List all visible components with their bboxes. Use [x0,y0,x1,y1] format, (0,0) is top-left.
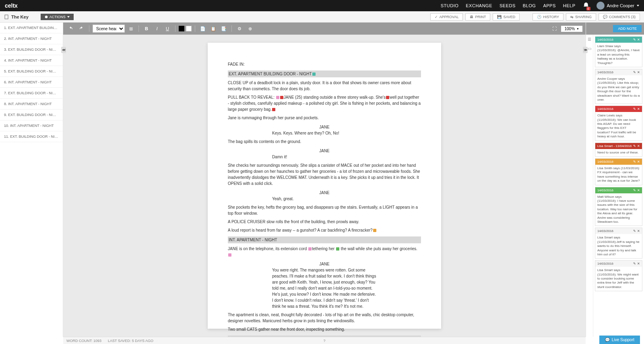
collapse-sidebar-button[interactable]: ≪ [61,47,66,53]
scene-item[interactable]: 1. EXT. APARTMENT BUILDING DOOR -... [0,23,63,33]
page-scroll[interactable]: FADE IN: EXT. APARTMENT BUILDING DOOR - … [63,35,586,337]
tool-button-1[interactable]: ⚙ [235,24,244,33]
edit-note-icon[interactable]: ✎ [633,160,636,164]
note-card[interactable]: 14/03/2016✎✕Lisa Smith says (11/03/2016)… [595,158,642,185]
scene-item[interactable]: 8. INT. APARTMENT - NIGHT [0,99,63,110]
add-note-button[interactable]: ADD NOTE [613,25,642,32]
nav-help[interactable]: HELP [563,3,576,8]
bold-button[interactable]: B [142,24,151,33]
delete-note-icon[interactable]: ✕ [637,144,640,148]
note-marker-icon[interactable] [228,253,231,257]
insert-button-3[interactable]: 📑 [219,24,228,33]
edit-note-icon[interactable]: ✎ [633,144,636,148]
italic-button[interactable]: I [153,24,161,33]
delete-note-icon[interactable]: ✕ [637,38,640,41]
note-card[interactable]: 14/03/2016✎✕Matt Wilson says (11/03/2016… [595,187,642,226]
note-marker-icon[interactable] [312,73,316,76]
note-card[interactable]: 14/03/2016✎✕Lisa Smart says (11/03/2016)… [595,228,642,259]
actions-button[interactable]: ACTIONS [41,14,74,20]
edit-note-icon[interactable]: ✎ [633,38,636,41]
delete-note-icon[interactable]: ✕ [637,229,640,233]
delete-note-icon[interactable]: ✕ [637,189,640,192]
note-marker-icon[interactable] [373,229,376,232]
note-marker-icon[interactable] [386,96,389,99]
scene-heading[interactable]: EXT. APARTMENT BUILDING DOOR - NIGHT [228,70,421,77]
undo-button[interactable] [66,24,75,33]
note-marker-icon[interactable] [280,96,283,99]
action-text[interactable]: Jane is rummaging through her purse and … [228,115,421,121]
dialogue[interactable]: You were right. The mangoes were rotten.… [272,267,377,309]
insert-button-2[interactable]: 📋 [209,24,218,33]
note-card[interactable]: 14/03/2016✎✕Andre Cooper says (11/05/201… [595,69,642,104]
comments-button[interactable]: 💬COMMENTS (3) [599,13,640,21]
scene-item[interactable]: 7. EXT. BUILDING DOOR - NIGHT [0,88,63,99]
print-button[interactable]: 🖶PRINT [465,13,490,21]
edit-note-icon[interactable]: ✎ [633,189,636,192]
delete-note-icon[interactable]: ✕ [637,70,640,74]
action-text[interactable]: JANE is on the telephone, its extension … [228,246,421,258]
scene-item[interactable]: 5. EXT. BUILDING DOOR - NIGHT [0,66,63,77]
note-card[interactable]: Lisa Smart - 13/04/2016✎✕Need to source … [595,143,642,157]
script-page[interactable]: FADE IN: EXT. APARTMENT BUILDING DOOR - … [208,43,441,329]
delete-note-icon[interactable]: ✕ [637,262,640,265]
history-button[interactable]: 🕐HISTORY [533,13,564,21]
nav-apps[interactable]: APPS [543,3,555,8]
note-card[interactable]: 14/03/2016✎✕Liam Shaw says (11/03/2016):… [595,36,642,67]
filter-icon[interactable]: ☰ [586,35,593,44]
dialogue[interactable]: Keys. Keys. Where are they? Oh, No! [272,130,377,136]
delete-note-icon[interactable]: ✕ [637,160,640,164]
format-select[interactable]: Scene heading [93,25,125,33]
live-support-button[interactable]: 💬Live Support [599,336,640,337]
action-text[interactable]: A loud report is heard from far away -- … [228,227,421,233]
action-text[interactable]: The apartment is clean, neat, thought fu… [228,312,421,324]
note-card[interactable]: 14/03/2016✎✕Claire Lewis says (11/05/201… [595,106,642,141]
text-color-swatch[interactable] [179,26,184,31]
edit-note-icon[interactable]: ✎ [633,107,636,111]
scene-item[interactable]: 2. INT. APARTMENT - NIGHT [0,33,63,44]
note-marker-icon[interactable] [336,247,339,251]
action-text[interactable]: Two small CATS gather near the front doo… [228,326,421,332]
insert-button-1[interactable]: 📄 [198,24,207,33]
format-button[interactable]: ⊞ [126,24,135,33]
sharing-button[interactable]: ⇆SHARING [566,13,596,21]
scene-item[interactable]: 11. EXT. BUILDING DOOR - NIGHT [0,131,63,142]
tool-button-2[interactable]: ⊕ [246,24,254,33]
bg-color-swatch[interactable] [186,26,192,31]
action-text[interactable]: She checks her surroundings nervously. S… [228,162,421,187]
character-name[interactable]: JANE [284,261,365,267]
character-name[interactable]: JANE [284,148,365,154]
delete-note-icon[interactable]: ✕ [637,107,640,111]
scene-item[interactable]: 4. INT. APARTMENT - NIGHT [0,55,63,66]
zoom-select[interactable]: 100%▼ [561,26,582,32]
approval-button[interactable]: ✓APPROVAL [430,13,463,21]
logo[interactable]: celtx [5,2,18,9]
dialogue[interactable]: Damn it! [272,154,377,160]
nav-seeds[interactable]: SEEDS [500,3,516,8]
edit-note-icon[interactable]: ✎ [633,229,636,233]
action-text[interactable]: The bag spills its contents on the groun… [228,139,421,145]
edit-note-icon[interactable]: ✎ [633,70,636,74]
scene-item[interactable]: 9. EXT. BUILDING DOOR - NIGHT [0,110,63,120]
underline-button[interactable]: U [163,24,172,33]
action-text[interactable]: She pockets the key, hefts the grocery b… [228,204,421,216]
scene-item[interactable]: 3. EXT. BUILDING DOOR - NIGHT [0,44,63,55]
note-marker-icon[interactable] [272,108,275,111]
collapse-notes-button[interactable]: ≫ [583,47,588,53]
character-name[interactable]: JANE [284,124,365,130]
note-marker-icon[interactable] [276,96,279,99]
action-text[interactable]: PULL BACK TO REVEAL: JANE (25) standing … [228,94,421,112]
nav-blog[interactable]: BLOG [523,3,536,8]
saved-button[interactable]: 💾SAVED [493,13,520,21]
scene-item[interactable]: 10. INT. APARTMENT - NIGHT [0,120,63,131]
scene-item[interactable]: 6. INT. APARTMENT - NIGHT [0,77,63,88]
nav-exchange[interactable]: EXCHANGE [466,3,492,8]
action-text[interactable]: A POLICE CRUISER slow rolls the front of… [228,219,421,225]
character-name[interactable]: JANE [284,190,365,196]
notifications-icon[interactable]: 0 [583,2,589,9]
dialogue[interactable]: Yeah, great. [272,196,377,202]
redo-button[interactable] [77,24,86,33]
scene-heading[interactable]: INT. APARTMENT - NIGHT [228,236,421,243]
edit-note-icon[interactable]: ✎ [633,262,636,265]
note-marker-icon[interactable] [308,247,312,251]
action-text[interactable]: CLOSE UP of a deadbolt lock in a plain, … [228,80,421,92]
